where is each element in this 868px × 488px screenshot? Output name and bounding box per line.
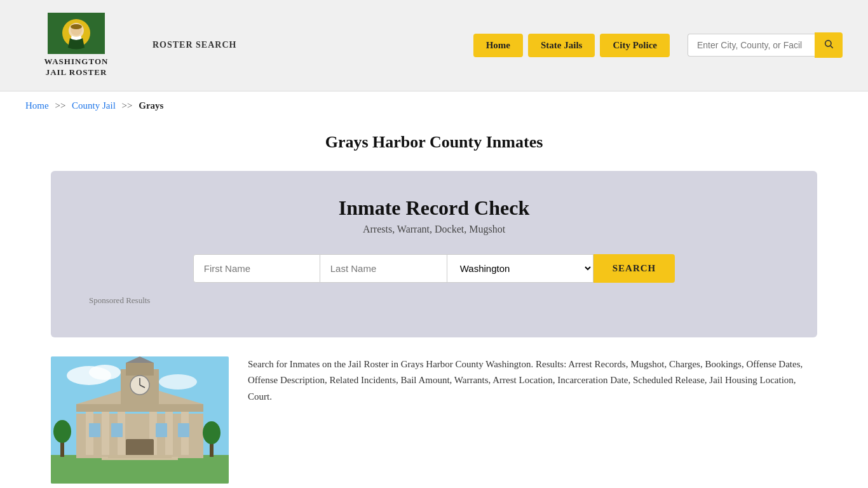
logo-title: WASHINGTON JAIL ROSTER [44, 57, 109, 78]
search-icon [824, 39, 834, 49]
breadcrumb-home-link[interactable]: Home [25, 100, 49, 111]
inmate-search-form: AlabamaAlaskaArizonaArkansasCaliforniaCo… [89, 254, 779, 283]
svg-rect-15 [102, 407, 109, 455]
courthouse-image [51, 356, 229, 484]
page-title: Grays Harbor County Inmates [0, 133, 868, 152]
last-name-input[interactable] [320, 254, 447, 283]
svg-point-10 [89, 365, 121, 380]
svg-point-6 [825, 41, 831, 46]
svg-point-11 [159, 374, 197, 390]
record-check-subtitle: Arrests, Warrant, Docket, Mugshot [89, 224, 779, 235]
svg-rect-35 [108, 455, 172, 458]
svg-rect-31 [111, 423, 123, 437]
breadcrumb-county-jail-link[interactable]: County Jail [72, 100, 116, 111]
record-check-title: Inmate Record Check [89, 196, 779, 220]
breadcrumb: Home >> County Jail >> Grays [0, 92, 868, 120]
main-nav: Home State Jails City Police [473, 32, 843, 58]
breadcrumb-sep1: >> [55, 100, 65, 111]
svg-rect-33 [178, 423, 189, 437]
header-search-button[interactable] [815, 32, 843, 58]
state-select[interactable]: AlabamaAlaskaArizonaArkansasCaliforniaCo… [447, 254, 593, 283]
sponsored-results-label: Sponsored Results [89, 295, 779, 306]
state-jails-nav-button[interactable]: State Jails [528, 34, 595, 57]
svg-rect-30 [89, 423, 100, 437]
svg-point-39 [203, 421, 220, 444]
home-nav-button[interactable]: Home [473, 34, 523, 57]
city-police-nav-button[interactable]: City Police [600, 34, 670, 57]
wa-flag-icon [48, 13, 105, 54]
svg-rect-23 [126, 363, 154, 376]
svg-rect-32 [156, 423, 167, 437]
breadcrumb-current: Grays [139, 100, 163, 111]
svg-line-7 [831, 46, 833, 48]
bottom-content: Search for Inmates on the Jail Roster in… [0, 356, 868, 488]
header-search-bar [688, 32, 843, 58]
description-text: Search for Inmates on the Jail Roster in… [248, 356, 817, 405]
first-name-input[interactable] [193, 254, 320, 283]
svg-point-37 [53, 420, 71, 443]
roster-search-label: ROSTER SEARCH [153, 40, 236, 50]
header-search-input[interactable] [688, 34, 815, 57]
header: WASHINGTON JAIL ROSTER ROSTER SEARCH Hom… [0, 0, 868, 92]
logo-area: WASHINGTON JAIL ROSTER [25, 13, 127, 78]
inmate-search-button[interactable]: SEARCH [593, 254, 675, 283]
record-check-box: Inmate Record Check Arrests, Warrant, Do… [51, 171, 817, 337]
svg-point-5 [71, 24, 82, 29]
breadcrumb-sep2: >> [122, 100, 133, 111]
